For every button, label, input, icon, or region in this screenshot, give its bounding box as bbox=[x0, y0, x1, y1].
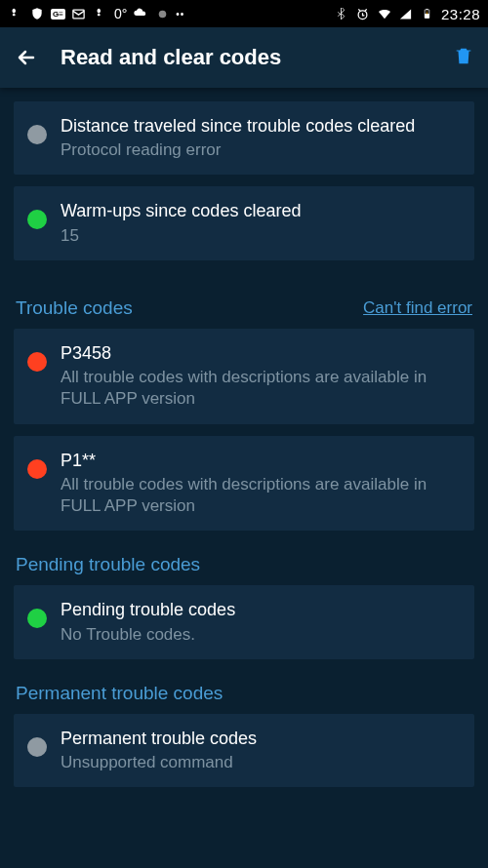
status-dot-red bbox=[27, 352, 47, 372]
status-dot-grey bbox=[27, 125, 47, 144]
battery-icon bbox=[420, 6, 435, 21]
status-dot-red bbox=[27, 459, 47, 479]
status-dot-green bbox=[27, 210, 47, 229]
svg-rect-4 bbox=[426, 14, 430, 19]
card-title: Warm-ups since codes cleared bbox=[61, 200, 461, 222]
code-subtitle: All trouble codes with descriptions are … bbox=[61, 474, 461, 517]
status-dot-green bbox=[27, 609, 47, 628]
section-header-permanent: Permanent trouble codes bbox=[14, 683, 474, 704]
svg-point-1 bbox=[158, 10, 166, 18]
card-title: Permanent trouble codes bbox=[61, 728, 461, 750]
card-title: Pending trouble codes bbox=[61, 599, 461, 621]
news-badge-icon: G≡ bbox=[51, 9, 65, 20]
mail-icon bbox=[71, 6, 87, 21]
temperature-text: 0° bbox=[114, 6, 127, 21]
page-title: Read and clear codes bbox=[61, 45, 431, 70]
trouble-code-card[interactable]: P1** All trouble codes with descriptions… bbox=[14, 436, 474, 532]
wifi-icon bbox=[377, 6, 392, 21]
arrow-left-icon bbox=[15, 46, 38, 69]
pending-code-card[interactable]: Pending trouble codes No Trouble codes. bbox=[14, 585, 474, 658]
section-title: Pending trouble codes bbox=[16, 554, 200, 575]
trash-icon bbox=[453, 45, 474, 66]
card-subtitle: 15 bbox=[61, 225, 461, 247]
permanent-code-card[interactable]: Permanent trouble codes Unsupported comm… bbox=[14, 714, 474, 787]
status-card-distance[interactable]: Distance traveled since trouble codes cl… bbox=[14, 101, 474, 175]
code-title: P3458 bbox=[61, 342, 461, 365]
cloud-icon bbox=[133, 6, 148, 21]
trouble-code-card[interactable]: P3458 All trouble codes with description… bbox=[14, 329, 474, 424]
status-card-warmups[interactable]: Warm-ups since codes cleared 15 bbox=[14, 186, 474, 259]
status-dot-grey bbox=[27, 737, 47, 757]
code-subtitle: All trouble codes with descriptions are … bbox=[61, 367, 461, 410]
section-header-pending: Pending trouble codes bbox=[14, 554, 474, 575]
status-right: 23:28 bbox=[334, 6, 480, 22]
section-title: Permanent trouble codes bbox=[16, 683, 223, 704]
card-subtitle: No Trouble codes. bbox=[61, 624, 461, 646]
clock-text: 23:28 bbox=[441, 6, 480, 22]
footprint-icon bbox=[8, 6, 23, 21]
card-title: Distance traveled since trouble codes cl… bbox=[61, 115, 461, 138]
content-area: Distance traveled since trouble codes cl… bbox=[0, 88, 488, 787]
footprint-icon-2 bbox=[93, 6, 108, 21]
moon-icon bbox=[154, 6, 170, 21]
bluetooth-icon bbox=[334, 6, 349, 21]
cell-signal-icon bbox=[398, 6, 414, 21]
card-subtitle: Unsupported command bbox=[61, 752, 461, 773]
card-subtitle: Protocol reading error bbox=[61, 139, 461, 161]
clear-codes-button[interactable] bbox=[453, 45, 474, 70]
app-bar: Read and clear codes bbox=[0, 27, 488, 88]
back-button[interactable] bbox=[14, 45, 39, 70]
section-title: Trouble codes bbox=[16, 297, 133, 319]
section-header-trouble: Trouble codes Can't find error bbox=[14, 297, 474, 319]
cant-find-error-link[interactable]: Can't find error bbox=[363, 298, 472, 318]
alarm-icon bbox=[355, 6, 371, 21]
code-title: P1** bbox=[61, 450, 461, 472]
android-status-bar: G≡ 0° •• 23:28 bbox=[0, 0, 488, 27]
more-notifications-icon: •• bbox=[176, 9, 184, 20]
shield-icon bbox=[29, 6, 45, 21]
status-left: G≡ 0° •• bbox=[8, 6, 184, 21]
svg-rect-5 bbox=[427, 9, 428, 10]
